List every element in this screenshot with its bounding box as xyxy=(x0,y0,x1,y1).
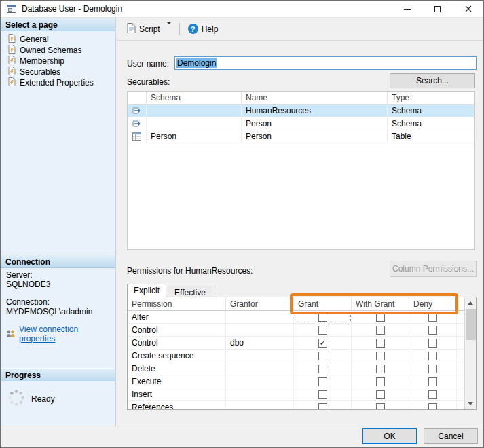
securables-cell-type: Schema xyxy=(388,117,474,130)
securables-label: Securables: xyxy=(127,77,170,87)
with-grant-checkbox[interactable] xyxy=(376,377,385,386)
grant-checkbox[interactable] xyxy=(318,365,327,373)
permission-row: References xyxy=(128,401,464,409)
permissions-header-with-grant[interactable]: With Grant xyxy=(352,297,409,310)
server-value: SQLNODE3 xyxy=(6,280,110,289)
sidebar-item-owned-schemas[interactable]: Owned Schemas xyxy=(1,45,115,56)
progress-header: Progress xyxy=(1,368,115,381)
with-grant-checkbox[interactable] xyxy=(376,339,385,348)
sidebar-page-list: GeneralOwned SchemasMembershipSecurables… xyxy=(1,34,115,88)
with-grant-checkbox[interactable] xyxy=(376,403,385,410)
ok-button[interactable]: OK xyxy=(362,428,417,444)
maximize-icon xyxy=(434,6,441,12)
scroll-down-arrow[interactable] xyxy=(465,398,476,409)
securables-row[interactable]: PersonSchema xyxy=(128,117,474,130)
tab-effective[interactable]: Effective xyxy=(168,286,212,297)
securables-cell-name: HumanResources xyxy=(242,105,388,117)
permission-row: Delete xyxy=(128,362,464,375)
securables-row[interactable]: PersonPersonTable xyxy=(128,130,474,143)
permissions-header-permission[interactable]: Permission xyxy=(128,297,226,310)
permissions-table-header: Permission Grantor Grant With Grant Deny xyxy=(128,297,464,311)
permissions-header-grantor[interactable]: Grantor xyxy=(226,297,294,310)
permission-name-cell: Create sequence xyxy=(128,350,226,362)
page-icon xyxy=(8,56,16,67)
deny-cell xyxy=(409,362,457,375)
permission-row: Control xyxy=(128,324,464,337)
sidebar-item-membership[interactable]: Membership xyxy=(1,56,115,67)
search-button[interactable]: Search... xyxy=(390,73,475,88)
script-button[interactable]: Script xyxy=(124,20,164,38)
permission-row: Execute xyxy=(128,375,464,388)
scroll-up-arrow[interactable] xyxy=(465,297,476,309)
schema-icon xyxy=(128,117,147,130)
permissions-grid: Permission Grantor Grant With Grant Deny… xyxy=(128,297,464,409)
arrow-up-icon xyxy=(468,301,473,305)
permissions-header-deny[interactable]: Deny xyxy=(409,297,457,310)
deny-cell xyxy=(409,388,457,400)
grant-cell xyxy=(294,401,352,409)
grant-checkbox[interactable] xyxy=(318,390,327,399)
permission-row: Create sequence xyxy=(128,350,464,362)
with-grant-checkbox[interactable] xyxy=(376,313,385,322)
grantor-cell xyxy=(226,311,294,323)
grant-checkbox[interactable] xyxy=(318,326,327,335)
with-grant-checkbox[interactable] xyxy=(376,365,385,373)
cancel-button[interactable]: Cancel xyxy=(424,428,478,444)
script-dropdown-caret[interactable] xyxy=(164,24,174,34)
deny-checkbox[interactable] xyxy=(428,352,437,360)
maximize-button[interactable] xyxy=(422,1,453,17)
grant-checkbox[interactable] xyxy=(318,352,327,360)
main-panel: Script Help User name: Demologin Securab… xyxy=(117,18,483,426)
grant-checkbox[interactable] xyxy=(318,377,327,386)
with-grant-checkbox[interactable] xyxy=(376,352,385,360)
view-connection-properties-row: View connection properties xyxy=(6,324,110,343)
permissions-scrollbar[interactable] xyxy=(464,297,476,409)
view-connection-properties-link[interactable]: View connection properties xyxy=(19,324,110,343)
deny-checkbox[interactable] xyxy=(428,365,437,373)
filler-cell xyxy=(457,324,464,336)
securables-row[interactable]: HumanResourcesSchema xyxy=(128,105,474,117)
sidebar-item-extended-properties[interactable]: Extended Properties xyxy=(1,77,115,88)
connection-header: Connection xyxy=(1,255,115,268)
connection-label: Connection: xyxy=(6,297,110,307)
sidebar-item-label: Membership xyxy=(20,56,64,66)
permission-name-cell: Alter xyxy=(128,311,226,323)
deny-checkbox[interactable] xyxy=(428,403,437,410)
help-button[interactable]: Help xyxy=(185,21,222,37)
user-name-value: Demologin xyxy=(176,58,217,68)
grant-checkbox[interactable] xyxy=(318,313,327,322)
permissions-header-grant[interactable]: Grant xyxy=(294,297,352,310)
close-button[interactable] xyxy=(453,1,483,17)
securables-header-name[interactable]: Name xyxy=(242,92,388,104)
sidebar-item-securables[interactable]: Securables xyxy=(1,67,115,77)
user-name-input[interactable]: Demologin xyxy=(174,56,477,70)
help-icon xyxy=(188,24,198,34)
deny-checkbox[interactable] xyxy=(428,339,437,348)
deny-checkbox[interactable] xyxy=(428,390,437,399)
connection-value: MYDEMOSQL\adadmin xyxy=(6,307,110,316)
with-grant-cell xyxy=(352,337,409,349)
permission-row: Controldbo xyxy=(128,337,464,350)
progress-spinner-icon xyxy=(7,389,25,409)
with-grant-checkbox[interactable] xyxy=(376,390,385,399)
connection-properties-icon xyxy=(6,329,16,339)
with-grant-checkbox[interactable] xyxy=(376,326,385,335)
page-icon xyxy=(8,34,16,45)
help-label: Help xyxy=(202,24,219,34)
securables-cell-type: Table xyxy=(388,130,474,143)
scroll-thumb[interactable] xyxy=(466,309,476,340)
grant-checkbox[interactable] xyxy=(318,339,327,348)
sidebar-item-general[interactable]: General xyxy=(1,34,115,45)
securables-header-type[interactable]: Type xyxy=(388,92,474,104)
securables-header-schema[interactable]: Schema xyxy=(147,92,242,104)
deny-checkbox[interactable] xyxy=(428,326,437,335)
with-grant-cell xyxy=(352,311,409,323)
permission-name-cell: Execute xyxy=(128,375,226,388)
with-grant-cell xyxy=(352,362,409,375)
deny-checkbox[interactable] xyxy=(428,377,437,386)
tab-explicit[interactable]: Explicit xyxy=(127,284,166,297)
grant-checkbox[interactable] xyxy=(318,403,327,410)
minimize-button[interactable] xyxy=(392,1,422,17)
column-permissions-button: Column Permissions... xyxy=(390,261,477,277)
deny-checkbox[interactable] xyxy=(428,313,437,322)
